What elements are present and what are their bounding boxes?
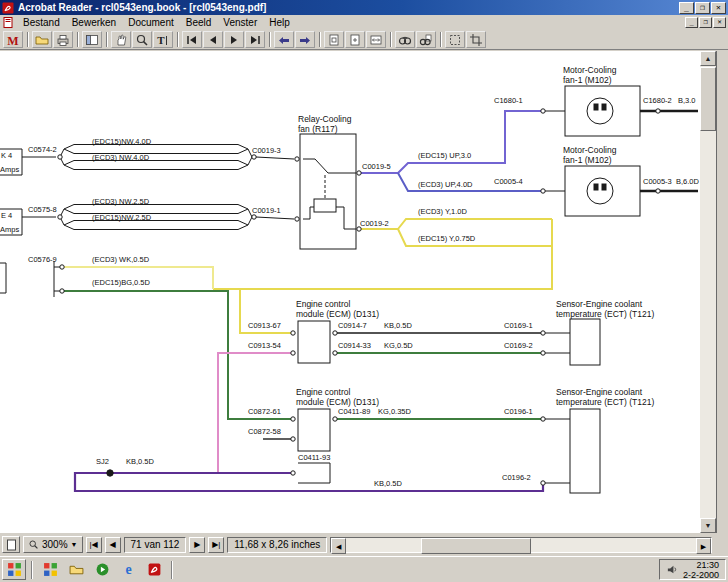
close-button[interactable]: ✕ <box>711 2 726 14</box>
prev-page-button[interactable] <box>203 31 223 48</box>
connector-label: SJ2 <box>96 457 109 466</box>
ecm2-box <box>298 409 330 451</box>
last-page-icon <box>248 33 262 47</box>
vertical-scrollbar[interactable]: ▲ ▼ <box>700 51 716 533</box>
menu-venster[interactable]: Venster <box>217 16 263 29</box>
page-size-indicator: 11,68 x 8,26 inches <box>227 537 327 553</box>
zoom-button[interactable] <box>132 31 152 48</box>
zoom-control[interactable]: 300% ▼ <box>23 536 83 553</box>
toolbar-separator <box>177 32 179 47</box>
scroll-left-button[interactable]: ◀ <box>331 538 346 554</box>
last-page-button[interactable] <box>245 31 265 48</box>
media-quicklaunch-button[interactable] <box>90 559 114 580</box>
restore-button[interactable]: ❐ <box>695 2 710 14</box>
acrobat-quicklaunch-button[interactable] <box>142 559 166 580</box>
next-page-button[interactable]: ▶ <box>189 537 205 553</box>
find-icon <box>398 33 412 47</box>
actual-size-button[interactable] <box>324 31 344 48</box>
menu-document[interactable]: Document <box>122 16 180 29</box>
wire-label: B,6.0D <box>676 177 700 186</box>
acrobat-app-icon <box>2 2 14 14</box>
system-tray[interactable]: 21:30 2-2-2000 <box>659 559 726 580</box>
connector-label: C0005-3 <box>643 177 672 186</box>
prev-view-button[interactable] <box>274 31 294 48</box>
folder-icon <box>69 562 84 577</box>
page-indicator[interactable]: 71 van 112 <box>124 537 187 553</box>
component-title: temperature (ECT) (T121) <box>556 309 654 319</box>
find-again-button[interactable] <box>416 31 436 48</box>
actual-size-icon <box>327 33 341 47</box>
fit-page-button[interactable] <box>345 31 365 48</box>
connector-label: C0872-61 <box>248 407 281 416</box>
last-page-button[interactable]: ▶| <box>208 537 224 553</box>
ect1-box <box>570 319 600 365</box>
menu-beeld[interactable]: Beeld <box>180 16 218 29</box>
wiring-diagram-page[interactable]: Relay-Cooling fan (R117) Motor-Cooling f… <box>0 51 700 533</box>
connector-label: C0872-58 <box>248 427 281 436</box>
volume-icon[interactable] <box>666 563 679 576</box>
show-panel-button[interactable] <box>82 31 102 48</box>
component-title: module (ECM) (D131) <box>296 397 379 407</box>
vertical-scroll-thumb[interactable] <box>700 67 716 131</box>
scroll-right-button[interactable]: ▶ <box>696 538 711 554</box>
windows-quicklaunch-button[interactable] <box>38 559 62 580</box>
folder-quicklaunch-button[interactable] <box>64 559 88 580</box>
document-area: Relay-Cooling fan (R117) Motor-Cooling f… <box>0 51 728 533</box>
hand-button[interactable] <box>111 31 131 48</box>
connector-label: C0914-33 <box>338 341 371 350</box>
mdi-restore-button[interactable]: ❐ <box>699 17 712 28</box>
toolbar: MT <box>0 30 728 50</box>
horizontal-scroll-thumb[interactable] <box>421 538 531 554</box>
toolbar-separator <box>390 32 392 47</box>
connector-label: C0913-67 <box>248 321 281 330</box>
internet-explorer-quicklaunch-button[interactable]: e <box>116 559 140 580</box>
prev-view-icon <box>277 33 291 47</box>
print-icon <box>56 33 70 47</box>
next-view-button[interactable] <box>295 31 315 48</box>
component-title: Engine control <box>296 387 350 397</box>
scroll-up-button[interactable]: ▲ <box>700 51 716 66</box>
zoom-level: 300% <box>42 539 68 550</box>
svg-text:T: T <box>157 34 165 46</box>
scroll-down-button[interactable]: ▼ <box>700 518 716 533</box>
connector-label: C0914-7 <box>338 321 367 330</box>
first-page-button[interactable] <box>182 31 202 48</box>
select-graphics-icon <box>448 33 462 47</box>
statusbar: 300% ▼ |◀ ◀ 71 van 112 ▶ ▶| 11,68 x 8,26… <box>0 533 728 556</box>
print-button[interactable] <box>53 31 73 48</box>
minimize-button[interactable]: _ <box>679 2 694 14</box>
find-button[interactable] <box>395 31 415 48</box>
menu-bewerken[interactable]: Bewerken <box>66 16 122 29</box>
horizontal-scrollbar[interactable]: ◀ ▶ <box>330 537 712 553</box>
show-panel-icon <box>85 33 99 47</box>
open-icon <box>35 33 49 47</box>
mdi-close-button[interactable]: ✕ <box>713 17 726 28</box>
component-title: Relay-Cooling <box>298 114 352 124</box>
connector-label: C0019-5 <box>362 162 391 171</box>
prev-page-icon <box>206 33 220 47</box>
menu-bestand[interactable]: Bestand <box>17 16 66 29</box>
wire-label: (EDC15)NW,2.5D <box>92 213 152 222</box>
text-select-button[interactable]: T <box>153 31 173 48</box>
next-page-button[interactable] <box>224 31 244 48</box>
select-graphics-button[interactable] <box>445 31 465 48</box>
start-button[interactable] <box>2 559 26 580</box>
page-mode-button[interactable] <box>2 536 20 553</box>
prev-page-button[interactable]: ◀ <box>105 537 121 553</box>
acrobat-icon <box>147 562 162 577</box>
acrobat-logo-button[interactable]: M <box>3 31 23 48</box>
wire-label: (EDC15) UP,3.0 <box>418 151 471 160</box>
first-page-button[interactable]: |◀ <box>86 537 102 553</box>
fit-width-button[interactable] <box>366 31 386 48</box>
crop-button[interactable] <box>466 31 486 48</box>
wire-label: (EDC15)BG,0.5D <box>92 278 151 287</box>
wire-label: (EDC15)NW,4.0D <box>92 137 152 146</box>
open-button[interactable] <box>32 31 52 48</box>
wire-label: B,3.0 <box>678 96 696 105</box>
windows-icon <box>43 562 58 577</box>
wire-label: KG,0.5D <box>384 341 413 350</box>
mdi-minimize-button[interactable]: _ <box>685 17 698 28</box>
component-title: fan-1 (M102) <box>563 155 612 165</box>
taskbar-divider <box>171 561 173 579</box>
menu-help[interactable]: Help <box>263 16 296 29</box>
